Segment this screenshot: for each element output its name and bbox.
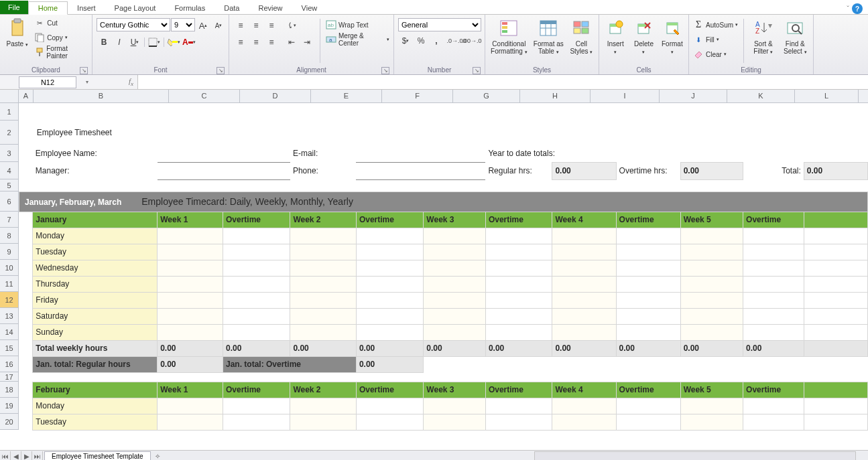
align-right-button[interactable]: ≡ [264,35,279,50]
align-top-button[interactable]: ≡ [233,18,248,33]
weekly-total-value[interactable]: 0.00 [290,340,357,356]
cell[interactable] [19,414,33,430]
cell[interactable] [33,103,158,121]
underline-button[interactable]: U▾ [127,35,142,50]
row-header[interactable]: 12 [0,292,19,308]
week-column-header[interactable]: Overtime [223,212,290,228]
hours-cell[interactable] [424,398,486,414]
hours-cell[interactable] [552,276,616,292]
cell[interactable] [290,179,357,191]
weekly-total-value[interactable]: 0.00 [485,340,552,356]
increase-font-button[interactable]: A▴ [196,18,210,33]
insert-cells-button[interactable]: Insert▾ [603,16,627,56]
hours-cell[interactable] [158,228,223,244]
day-label[interactable]: Wednesday [33,260,158,276]
cell[interactable] [804,372,867,382]
row-header[interactable]: 16 [0,356,19,372]
hours-cell[interactable] [616,398,680,414]
cell[interactable] [804,382,867,398]
hours-cell[interactable] [485,276,552,292]
tab-nav-next[interactable]: ▶ [21,451,32,461]
week-column-header[interactable]: Week 2 [290,382,357,398]
cell[interactable] [680,121,743,145]
cell[interactable] [424,179,486,191]
decrease-font-button[interactable]: A▾ [211,18,226,33]
tab-home[interactable]: Home [28,1,68,15]
cell[interactable] [158,103,223,121]
cell-styles-button[interactable]: Cell Styles ▾ [568,16,595,56]
hours-cell[interactable] [485,324,552,340]
day-label[interactable]: Saturday [33,308,158,324]
hours-cell[interactable] [485,244,552,260]
overtime-hrs-value[interactable]: 0.00 [680,162,743,179]
cell[interactable] [680,356,743,372]
cell[interactable] [680,179,743,191]
hours-cell[interactable] [356,308,423,324]
column-header[interactable]: F [382,90,453,103]
hours-cell[interactable] [485,292,552,308]
employee-name-label[interactable]: Employee Name: [33,145,158,162]
column-header[interactable]: H [520,90,591,103]
cell[interactable] [743,145,804,162]
cell[interactable] [680,103,743,121]
percent-button[interactable]: % [414,33,428,48]
week-column-header[interactable]: Overtime [223,382,290,398]
tab-page-layout[interactable]: Page Layout [105,2,166,14]
align-bottom-button[interactable]: ≡ [264,18,279,33]
cell[interactable] [19,356,33,372]
column-header[interactable]: A [19,90,34,103]
cell[interactable] [19,382,33,398]
hours-cell[interactable] [424,308,486,324]
total-value[interactable]: 0.00 [804,162,867,179]
sort-filter-button[interactable]: AZ Sort & Filter ▾ [749,16,777,56]
row-header[interactable]: 9 [0,244,19,260]
hours-cell[interactable] [158,276,223,292]
hours-cell[interactable] [356,276,423,292]
hours-cell[interactable] [424,260,486,276]
tab-review[interactable]: Review [249,2,292,14]
week-column-header[interactable]: Week 3 [424,212,486,228]
new-sheet-button[interactable]: ✧ [152,451,163,461]
ytd-label[interactable]: Year to date totals: [485,145,616,162]
email-label[interactable]: E-mail: [290,145,357,162]
row-header[interactable]: 5 [0,179,19,191]
regular-hrs-label[interactable]: Regular hrs: [485,162,552,179]
delete-cells-button[interactable]: Delete▾ [631,16,656,56]
cell[interactable] [19,340,33,356]
weekly-total-value[interactable]: 0.00 [223,340,290,356]
hours-cell[interactable] [223,228,290,244]
hours-cell[interactable] [424,228,486,244]
font-size-select[interactable]: 9 [171,18,195,31]
hours-cell[interactable] [743,228,804,244]
increase-indent-button[interactable]: ⇥ [300,35,314,50]
hours-cell[interactable] [552,308,616,324]
row-header[interactable]: 3 [0,145,19,162]
hours-cell[interactable] [552,324,616,340]
cell[interactable] [743,179,804,191]
cell[interactable] [356,372,423,382]
cell[interactable] [485,179,552,191]
hours-cell[interactable] [158,260,223,276]
week-column-header[interactable]: Week 1 [158,212,223,228]
cell[interactable] [616,145,680,162]
hours-cell[interactable] [743,414,804,430]
overtime-hrs-label[interactable]: Overtime hrs: [616,162,680,179]
tab-file[interactable]: File [0,1,28,14]
cell[interactable] [552,103,616,121]
hours-cell[interactable] [223,260,290,276]
cell[interactable] [290,372,357,382]
font-name-select[interactable]: Century Gothic [97,18,170,31]
tab-view[interactable]: View [292,2,327,14]
column-header[interactable]: M [859,90,868,103]
hours-cell[interactable] [223,324,290,340]
hours-cell[interactable] [223,398,290,414]
hours-cell[interactable] [743,308,804,324]
hours-cell[interactable] [680,324,743,340]
hours-cell[interactable] [616,276,680,292]
cell[interactable] [424,121,486,145]
row-header[interactable]: 14 [0,324,19,340]
cell[interactable] [804,414,867,430]
weekly-total-value[interactable]: 0.00 [158,340,223,356]
autosum-button[interactable]: ΣAutoSum ▾ [693,18,738,31]
hours-cell[interactable] [552,228,616,244]
